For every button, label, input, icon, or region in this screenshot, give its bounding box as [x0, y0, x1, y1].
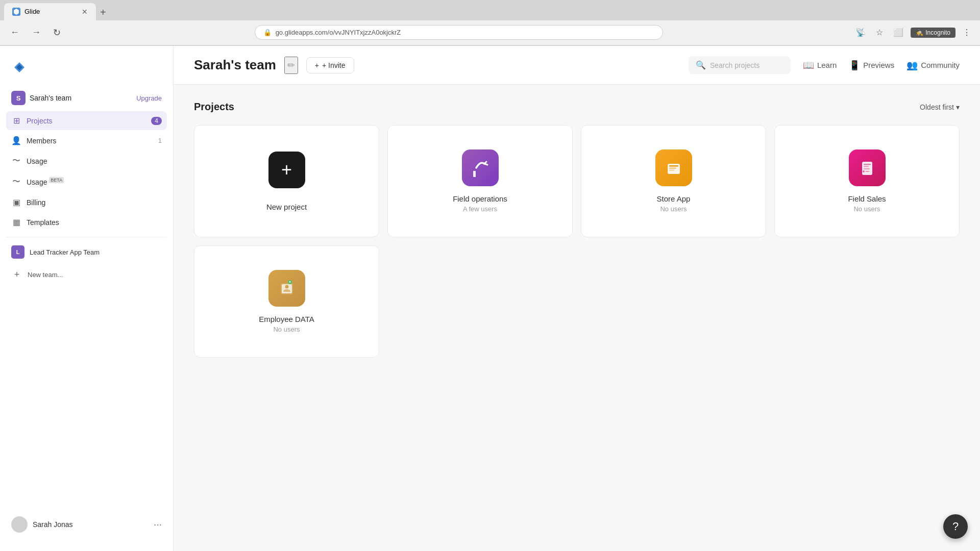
- svg-point-13: [285, 285, 288, 289]
- store-app-icon: [655, 149, 692, 186]
- project-card-field-operations[interactable]: Field operations A few users: [387, 125, 573, 237]
- svg-rect-0: [473, 171, 476, 177]
- previews-link[interactable]: 📱 Previews: [849, 60, 894, 71]
- learn-icon: 📖: [803, 60, 814, 71]
- user-row[interactable]: Sarah Jonas ⋯: [6, 512, 167, 537]
- usage-label: Usage: [27, 157, 162, 165]
- active-tab[interactable]: Glide ✕: [4, 3, 96, 20]
- search-icon: 🔍: [696, 60, 706, 70]
- members-count: 1: [158, 137, 162, 144]
- search-box[interactable]: 🔍 Search projects: [689, 56, 791, 74]
- tab-label: Glide: [24, 8, 40, 15]
- new-tab-button[interactable]: +: [96, 5, 110, 20]
- projects-grid-row2: Employee DATA No users: [194, 245, 960, 358]
- sidebar-section: S Sarah's team Upgrade ⊞ Projects 4 👤 Me…: [0, 87, 173, 233]
- project-card-field-sales[interactable]: Field Sales No users: [774, 125, 960, 237]
- other-teams-section: L Lead Tracker App Team + New team...: [0, 241, 173, 286]
- edit-team-name-button[interactable]: ✏: [284, 57, 298, 74]
- sidebar-item-templates[interactable]: ▦ Templates: [6, 213, 167, 232]
- members-icon: 👤: [11, 136, 21, 145]
- sidebar-item-lead-tracker-team[interactable]: L Lead Tracker App Team: [6, 241, 167, 263]
- incognito-icon: 🕵: [916, 29, 923, 36]
- forward-button[interactable]: →: [28, 25, 45, 40]
- community-label: Community: [921, 61, 960, 69]
- sidebar-item-usage[interactable]: 〜 Usage: [6, 151, 167, 171]
- field-operations-name: Field operations: [453, 194, 507, 203]
- usage-icon: 〜: [11, 156, 21, 166]
- sidebar-bottom: Sarah Jonas ⋯: [0, 506, 173, 543]
- field-sales-icon: [849, 149, 886, 186]
- sidebar-item-members[interactable]: 👤 Members 1: [6, 131, 167, 150]
- project-card-employee-data[interactable]: Employee DATA No users: [194, 245, 379, 358]
- svg-point-9: [863, 170, 865, 172]
- back-button[interactable]: ←: [6, 25, 23, 40]
- previews-icon: 📱: [849, 60, 860, 71]
- tab-favicon: [12, 8, 20, 16]
- new-team-row[interactable]: + New team...: [6, 265, 167, 284]
- section-header: Projects Oldest first ▾: [194, 101, 960, 113]
- projects-badge: 4: [151, 117, 162, 125]
- new-project-label: New project: [266, 203, 307, 211]
- svg-rect-2: [669, 165, 678, 167]
- nav-actions: 📡 ☆ ⬜ 🕵 Incognito ⋮: [852, 26, 974, 39]
- project-card-store-app[interactable]: Store App No users: [581, 125, 766, 237]
- field-operations-icon: [462, 149, 499, 186]
- employee-data-icon: [268, 270, 305, 307]
- reload-button[interactable]: ↻: [49, 25, 65, 40]
- more-options-button[interactable]: ⋯: [154, 520, 162, 530]
- main-content: Sarah's team ✏ + + Invite 🔍 Search proje…: [174, 46, 980, 551]
- incognito-label: Incognito: [925, 29, 950, 36]
- address-bar[interactable]: 🔒 go.glideapps.com/o/vvJNYITxjzzA0okjckr…: [255, 25, 663, 40]
- lock-icon: 🔒: [263, 29, 272, 36]
- user-avatar: [11, 516, 28, 533]
- community-link[interactable]: 👥 Community: [906, 60, 960, 71]
- team-row[interactable]: S Sarah's team Upgrade: [6, 87, 167, 109]
- projects-section: Projects Oldest first ▾ + New project: [174, 85, 980, 374]
- templates-label: Templates: [27, 218, 162, 227]
- browser-tabs: Glide ✕ +: [0, 0, 980, 20]
- upgrade-button[interactable]: Upgrade: [136, 94, 162, 102]
- other-team-initial: L: [16, 249, 20, 255]
- sidebar-item-usage-beta[interactable]: 〜 Usage BETA: [6, 172, 167, 192]
- help-button[interactable]: ?: [943, 514, 968, 539]
- sort-button[interactable]: Oldest first ▾: [920, 103, 960, 111]
- sort-label: Oldest first: [920, 103, 954, 111]
- other-team-name-label: Lead Tracker App Team: [30, 248, 100, 256]
- browser-nav: ← → ↻ 🔒 go.glideapps.com/o/vvJNYITxjzzA0…: [0, 20, 980, 45]
- templates-icon: ▦: [11, 217, 21, 227]
- header-actions: 🔍 Search projects 📖 Learn 📱 Previews 👥 C…: [689, 56, 960, 74]
- sidebar-item-billing[interactable]: ▣ Billing: [6, 193, 167, 212]
- svg-rect-4: [669, 170, 674, 171]
- learn-label: Learn: [817, 61, 837, 69]
- team-initial: S: [16, 94, 21, 102]
- new-project-card[interactable]: + New project: [194, 125, 379, 237]
- projects-label: Projects: [27, 117, 146, 125]
- browser-chrome: Glide ✕ + ← → ↻ 🔒 go.glideapps.com/o/vvJ…: [0, 0, 980, 46]
- invite-icon: +: [315, 61, 319, 69]
- learn-link[interactable]: 📖 Learn: [803, 60, 837, 71]
- menu-button[interactable]: ⋮: [960, 26, 974, 39]
- usage-beta-label: Usage BETA: [27, 178, 162, 186]
- url-text: go.glideapps.com/o/vvJNYITxjzzA0okjckrZ: [276, 29, 401, 36]
- employee-data-users: No users: [273, 325, 300, 333]
- search-placeholder: Search projects: [710, 61, 760, 69]
- cast-button[interactable]: 📡: [852, 26, 869, 39]
- bookmark-button[interactable]: ☆: [873, 26, 886, 39]
- tab-close-button[interactable]: ✕: [82, 8, 88, 16]
- sidebar: S Sarah's team Upgrade ⊞ Projects 4 👤 Me…: [0, 46, 174, 551]
- svg-rect-10: [865, 171, 869, 172]
- new-team-label: New team...: [28, 271, 63, 279]
- other-team-avatar: L: [11, 245, 24, 259]
- glide-logo-icon: [10, 58, 29, 77]
- store-app-users: No users: [660, 205, 687, 213]
- svg-rect-8: [864, 168, 870, 169]
- sidebar-item-projects[interactable]: ⊞ Projects 4: [6, 111, 167, 130]
- extensions-button[interactable]: ⬜: [890, 26, 906, 39]
- section-title: Projects: [194, 101, 234, 113]
- grid-icon: ⊞: [11, 116, 21, 126]
- field-sales-users: No users: [853, 205, 880, 213]
- invite-button[interactable]: + + Invite: [306, 57, 354, 73]
- projects-grid-row1: + New project Field operations A f: [194, 125, 960, 237]
- billing-icon: ▣: [11, 197, 21, 207]
- svg-rect-7: [864, 166, 869, 167]
